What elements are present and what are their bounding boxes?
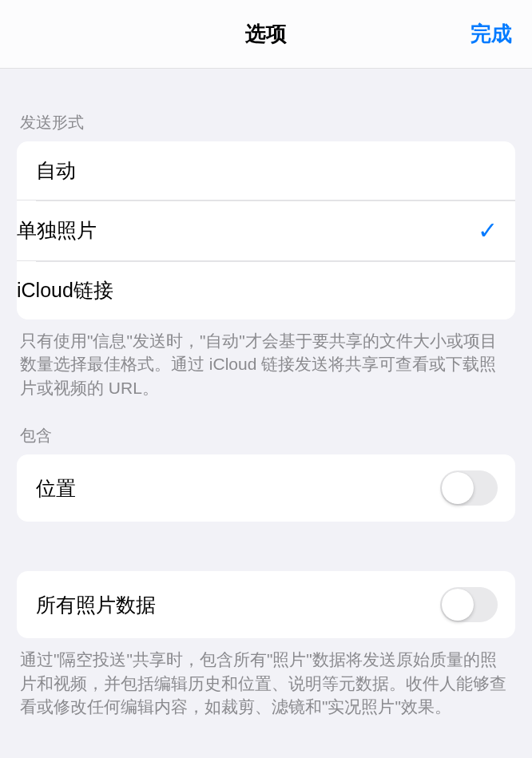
send-option-icloud-label: iCloud链接 [17,277,113,304]
all-photo-data-row: 所有照片数据 [17,571,515,638]
send-format-group: 自动 单独照片 ✓ iCloud链接 [17,141,515,319]
send-option-icloud[interactable]: iCloud链接 [17,260,515,319]
toggle-knob [442,472,474,504]
navigation-bar: 选项 完成 [0,0,532,69]
all-photo-data-footer: 通过"隔空投送"共享时，包含所有"照片"数据将发送原始质量的照片和视频，并包括编… [0,638,532,718]
location-toggle[interactable] [440,470,498,506]
send-format-header: 发送形式 [0,112,532,141]
send-option-individual[interactable]: 单独照片 ✓ [17,200,515,260]
checkmark-icon: ✓ [478,216,498,244]
location-label: 位置 [36,475,76,502]
include-header: 包含 [0,425,532,454]
all-photo-data-label: 所有照片数据 [36,592,156,618]
all-photo-data-toggle[interactable] [440,587,498,622]
all-photo-data-group: 所有照片数据 [17,571,515,638]
done-button[interactable]: 完成 [470,20,512,48]
send-option-individual-label: 单独照片 [17,217,97,244]
page-title: 选项 [0,20,532,48]
send-option-auto[interactable]: 自动 [17,141,515,200]
toggle-knob [442,589,474,621]
send-format-footer: 只有使用"信息"发送时，"自动"才会基于要共享的文件大小或项目数量选择最佳格式。… [0,319,532,399]
include-location-group: 位置 [17,454,515,522]
send-option-auto-label: 自动 [36,157,76,184]
location-row: 位置 [17,454,515,522]
